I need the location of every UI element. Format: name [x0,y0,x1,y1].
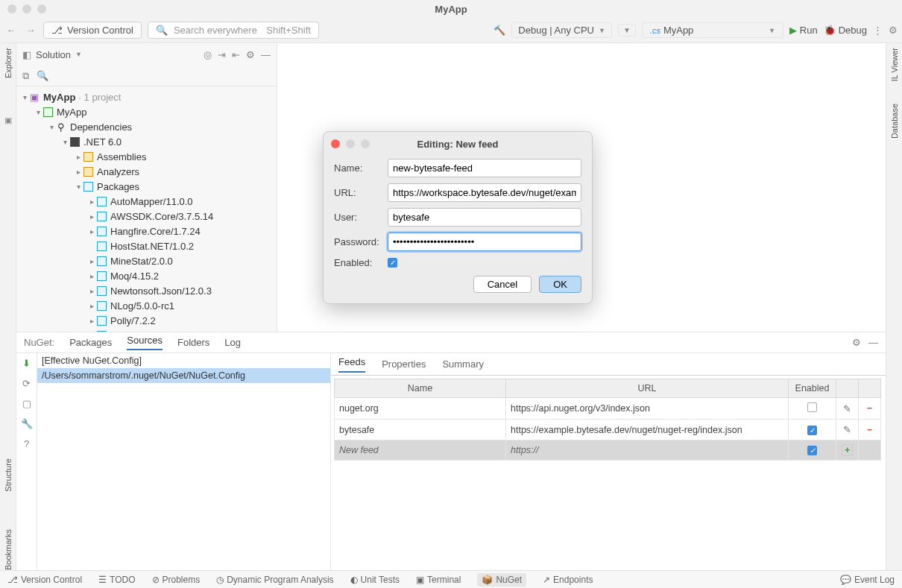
tree-package[interactable]: ▸AWSSDK.Core/3.7.5.14 [16,209,277,224]
feed-user-input[interactable] [388,208,581,227]
chevron-down-icon[interactable]: ▼ [618,24,636,37]
th-url: URL [506,379,789,398]
sources-list[interactable]: [Effective NuGet.Config] /Users/sommarst… [37,353,331,570]
rail-explorer[interactable]: Explorer [4,48,13,78]
feed-enabled-checkbox[interactable]: ✓ [807,446,817,455]
folder-icon[interactable]: ▣ [4,116,12,125]
run-config-label: Debug | Any CPU [518,25,594,36]
refresh-icon[interactable]: ⟳ [22,378,31,389]
feed-row[interactable]: New feedhttps://✓+ [335,440,881,461]
label-password: Password: [334,236,388,247]
search-icon: 🔍 [156,25,168,36]
feed-url-input[interactable] [388,183,581,202]
status-nuget[interactable]: 📦NuGet [477,573,526,587]
nuget-label: NuGet: [24,337,54,348]
version-control-button[interactable]: ⎇ Version Control [43,22,142,39]
terminal-icon: ▣ [416,575,424,585]
remove-feed-button[interactable]: − [867,403,872,414]
status-endpoints[interactable]: ↗Endpoints [543,575,593,585]
feed-tab-properties[interactable]: Properties [382,358,426,370]
tree-dependencies[interactable]: ▾ ⚲ Dependencies [16,119,277,134]
edit-feed-button[interactable]: ✎ [843,425,851,435]
wrench-icon[interactable]: 🔧 [21,418,33,429]
status-todo[interactable]: ☰TODO [98,575,135,585]
feed-enabled-checkbox[interactable]: ✓ [807,426,817,435]
search-icon[interactable]: 🔍 [37,70,48,81]
status-event-log[interactable]: 💬Event Log [840,575,895,585]
tree-packages[interactable]: ▾ Packages [16,179,277,194]
layout-icon[interactable]: ▢ [22,398,31,409]
tree-assemblies[interactable]: ▸ Assemblies [16,149,277,164]
tree-package[interactable]: ▸Hangfire.Core/1.7.24 [16,224,277,238]
tree-root-suffix: · 1 project [78,92,121,103]
collapse-icon[interactable]: ⇥ [218,49,226,60]
target-icon[interactable]: ◎ [204,49,212,60]
expand-icon[interactable]: ⇤ [232,49,240,60]
feed-row[interactable]: bytesafehttps://example.bytesafe.dev/nug… [335,420,881,440]
cancel-button[interactable]: Cancel [473,276,532,293]
hammer-icon[interactable]: 🔨 [493,25,505,36]
warning-icon: ⊘ [152,575,160,585]
add-feed-button[interactable]: + [842,444,853,456]
minimize-panel-icon[interactable]: — [868,337,878,348]
tree-package[interactable]: ▸Polly/7.2.2 [16,313,277,328]
version-control-label: Version Control [67,25,133,36]
gear-icon[interactable]: ⚙ [852,337,861,348]
more-icon[interactable]: ⋮ [873,25,883,36]
status-unit-tests[interactable]: ◐Unit Tests [350,575,400,585]
app-selector[interactable]: .cs MyApp ▼ [642,22,783,38]
help-icon[interactable]: ? [24,438,29,449]
tree-package[interactable]: ▸AutoMapper/11.0.0 [16,194,277,209]
nav-back-icon[interactable]: ← [4,24,18,37]
edit-feed-button[interactable]: ✎ [843,404,851,414]
feed-tab-summary[interactable]: Summary [442,358,484,370]
tab-folders[interactable]: Folders [177,337,209,348]
feed-name-input[interactable] [388,159,581,177]
feed-row[interactable]: nuget.orghttps://api.nuget.org/v3/index.… [335,398,881,420]
tree-icon[interactable]: ⧉ [22,70,29,82]
tree-package[interactable]: ▸NLog/5.0.0-rc1 [16,298,277,313]
rail-bookmarks[interactable]: Bookmarks [4,529,13,570]
tree-package[interactable]: ▸Newtonsoft.Json/12.0.3 [16,283,277,298]
settings-icon[interactable]: ⚙ [889,25,898,36]
status-dpa[interactable]: ◷Dynamic Program Analysis [216,575,333,585]
tree-package[interactable]: ▸MineStat/2.0.0 [16,253,277,268]
feed-enabled-checkbox[interactable] [807,402,817,412]
source-effective[interactable]: [Effective NuGet.Config] [37,353,330,368]
tree-package[interactable]: HostStat.NET/1.0.2 [16,238,277,253]
solution-tree[interactable]: ▾ ▣ MyApp · 1 project ▾ MyApp ▾ ⚲ Depend… [16,86,277,332]
remove-feed-button[interactable]: − [867,425,872,435]
feed-password-input[interactable] [388,233,581,251]
status-vc[interactable]: ⎇Version Control [7,575,82,585]
solution-header[interactable]: Solution [36,49,71,60]
run-button[interactable]: ▶ Run [789,25,818,36]
feed-enabled-checkbox[interactable]: ✓ [388,258,397,268]
rail-il-viewer[interactable]: IL Viewer [890,48,899,81]
branch-icon: ⎇ [7,575,18,585]
debug-button[interactable]: 🐞 Debug [824,25,867,36]
rail-database[interactable]: Database [890,104,899,139]
chevron-down-icon[interactable]: ▼ [75,51,82,58]
tree-project[interactable]: ▾ MyApp [16,104,277,119]
chevron-down-icon: ▼ [599,27,605,34]
tree-package[interactable]: ▸Moq/4.15.2 [16,268,277,283]
tab-log[interactable]: Log [224,337,241,348]
feed-tab-feeds[interactable]: Feeds [338,356,365,373]
tab-packages[interactable]: Packages [69,337,112,348]
ok-button[interactable]: OK [539,276,581,293]
tab-sources[interactable]: Sources [127,335,163,350]
tree-root[interactable]: ▾ ▣ MyApp · 1 project [16,89,277,104]
tree-analyzers[interactable]: ▸ Analyzers [16,164,277,179]
status-terminal[interactable]: ▣Terminal [416,575,461,585]
tree-net[interactable]: ▾ .NET 6.0 [16,134,277,149]
play-icon: ▶ [789,25,797,36]
download-icon[interactable]: ⬇ [22,358,31,369]
source-user-config[interactable]: /Users/sommarstrom/.nuget/NuGet/NuGet.Co… [37,368,330,383]
status-problems[interactable]: ⊘Problems [152,575,201,585]
nav-forward-icon[interactable]: → [24,24,37,37]
gear-icon[interactable]: ⚙ [246,49,255,60]
run-configuration-selector[interactable]: Debug | Any CPU ▼ [511,22,612,38]
rail-structure[interactable]: Structure [4,458,13,492]
search-everywhere[interactable]: 🔍 Search everywhere Shift+Shift [148,22,319,39]
minimize-panel-icon[interactable]: — [261,49,271,60]
